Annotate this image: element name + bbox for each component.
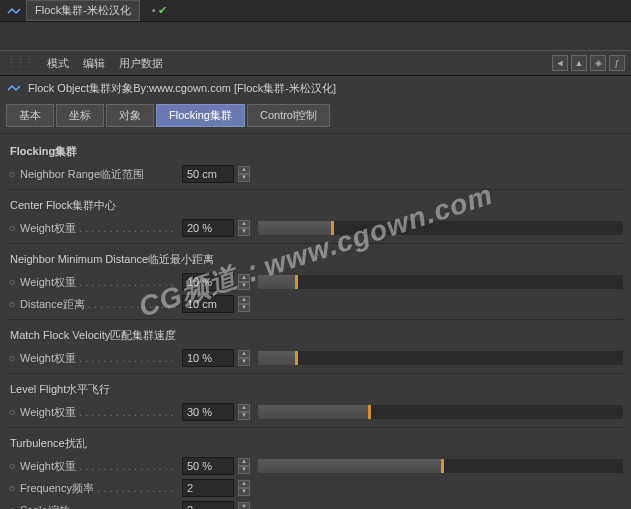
flock-icon	[6, 3, 22, 19]
dot-toggle[interactable]: ▪	[152, 4, 156, 17]
menu-bar: ⋮⋮⋮ 模式 编辑 用户数据 ◄ ▲ ◈ ƒ	[0, 50, 631, 76]
check-toggle[interactable]: ✔	[158, 4, 167, 17]
flock-icon	[6, 80, 22, 96]
object-title: Flock Object集群对象By:www.cgown.com [Flock集…	[28, 81, 336, 96]
spinner[interactable]: ▲▼	[238, 350, 250, 366]
top-bar: Flock集群-米松汉化 ▪ ✔	[0, 0, 631, 22]
bullet-icon: ○	[8, 276, 16, 288]
bullet-icon: ○	[8, 222, 16, 234]
spinner[interactable]: ▲▼	[238, 480, 250, 496]
bullet-icon: ○	[8, 168, 16, 180]
section-flocking: Flocking集群	[8, 138, 623, 163]
menu-edit[interactable]: 编辑	[83, 56, 105, 71]
tab-basic[interactable]: 基本	[6, 104, 54, 127]
nav-up-button[interactable]: ▲	[571, 55, 587, 71]
label-neighbor-range: Neighbor Range临近范围	[20, 167, 178, 182]
visibility-toggles[interactable]: ▪ ✔	[152, 4, 167, 17]
spinner[interactable]: ▲▼	[238, 404, 250, 420]
param-tb-weight: ○ Weight权重 ▲▼	[8, 455, 623, 477]
input-mv-weight[interactable]	[182, 349, 234, 367]
slider-tb-weight[interactable]	[258, 459, 623, 473]
bullet-icon: ○	[8, 298, 16, 310]
label-weight: Weight权重	[20, 351, 178, 366]
bullet-icon: ○	[8, 460, 16, 472]
param-nm-weight: ○ Weight权重 ▲▼	[8, 271, 623, 293]
param-center-weight: ○ Weight权重 ▲▼	[8, 217, 623, 239]
slider-nm-weight[interactable]	[258, 275, 623, 289]
spinner[interactable]: ▲▼	[238, 274, 250, 290]
input-tb-freq[interactable]	[182, 479, 234, 497]
section-center-flock: Center Flock集群中心	[8, 192, 623, 217]
object-tab[interactable]: Flock集群-米松汉化	[26, 0, 140, 21]
nav-back-button[interactable]: ◄	[552, 55, 568, 71]
empty-area	[0, 22, 631, 50]
input-center-weight[interactable]	[182, 219, 234, 237]
spinner[interactable]: ▲▼	[238, 458, 250, 474]
function-button[interactable]: ƒ	[609, 55, 625, 71]
slider-center-weight[interactable]	[258, 221, 623, 235]
input-nm-weight[interactable]	[182, 273, 234, 291]
bullet-icon: ○	[8, 352, 16, 364]
grip-icon: ⋮⋮⋮	[6, 57, 33, 70]
label-weight: Weight权重	[20, 221, 178, 236]
param-tb-scale: ○ Scale缩放 ▲▼	[8, 499, 623, 509]
label-distance: Distance距离	[20, 297, 178, 312]
properties-panel: Flocking集群 ○ Neighbor Range临近范围 ▲▼ Cente…	[0, 134, 631, 509]
param-mv-weight: ○ Weight权重 ▲▼	[8, 347, 623, 369]
slider-mv-weight[interactable]	[258, 351, 623, 365]
input-lf-weight[interactable]	[182, 403, 234, 421]
tab-control[interactable]: Control控制	[247, 104, 330, 127]
section-turbulence: Turbulence扰乱	[8, 430, 623, 455]
input-nm-distance[interactable]	[182, 295, 234, 313]
tab-flocking[interactable]: Flocking集群	[156, 104, 245, 127]
object-title-row: Flock Object集群对象By:www.cgown.com [Flock集…	[0, 76, 631, 100]
section-neighbor-min: Neighbor Minimum Distance临近最小距离	[8, 246, 623, 271]
param-lf-weight: ○ Weight权重 ▲▼	[8, 401, 623, 423]
attribute-tabs: 基本 坐标 对象 Flocking集群 Control控制	[0, 100, 631, 134]
input-tb-scale[interactable]	[182, 501, 234, 509]
param-tb-freq: ○ Frequency频率 ▲▼	[8, 477, 623, 499]
label-weight: Weight权重	[20, 459, 178, 474]
input-neighbor-range[interactable]	[182, 165, 234, 183]
label-weight: Weight权重	[20, 405, 178, 420]
section-match-velocity: Match Flock Velocity匹配集群速度	[8, 322, 623, 347]
slider-lf-weight[interactable]	[258, 405, 623, 419]
spinner[interactable]: ▲▼	[238, 296, 250, 312]
label-weight: Weight权重	[20, 275, 178, 290]
input-tb-weight[interactable]	[182, 457, 234, 475]
bullet-icon: ○	[8, 504, 16, 509]
bullet-icon: ○	[8, 482, 16, 494]
menu-mode[interactable]: 模式	[47, 56, 69, 71]
section-level-flight: Level Flight水平飞行	[8, 376, 623, 401]
spinner[interactable]: ▲▼	[238, 166, 250, 182]
spinner[interactable]: ▲▼	[238, 220, 250, 236]
bullet-icon: ○	[8, 406, 16, 418]
param-nm-distance: ○ Distance距离 ▲▼	[8, 293, 623, 315]
label-scale: Scale缩放	[20, 503, 178, 510]
param-neighbor-range: ○ Neighbor Range临近范围 ▲▼	[8, 163, 623, 185]
tab-object[interactable]: 对象	[106, 104, 154, 127]
menu-userdata[interactable]: 用户数据	[119, 56, 163, 71]
tag-button[interactable]: ◈	[590, 55, 606, 71]
spinner[interactable]: ▲▼	[238, 502, 250, 509]
tab-coord[interactable]: 坐标	[56, 104, 104, 127]
label-frequency: Frequency频率	[20, 481, 178, 496]
